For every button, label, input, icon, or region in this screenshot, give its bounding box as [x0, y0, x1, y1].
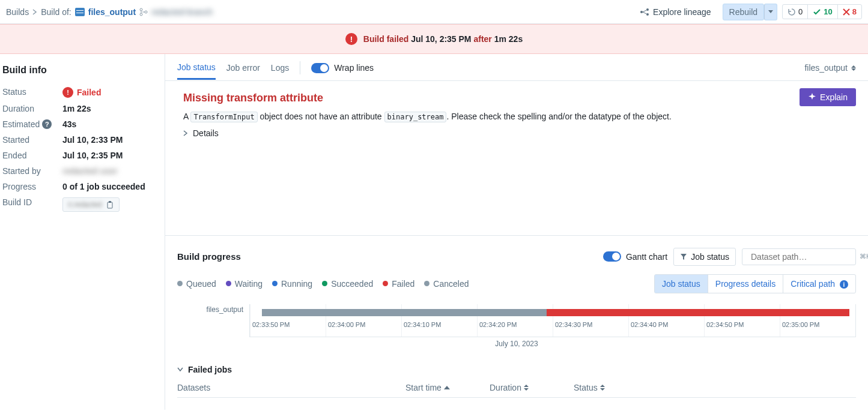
- toggle-switch-icon: [311, 63, 329, 73]
- dot-succeeded-icon: [322, 281, 327, 286]
- tab-job-status[interactable]: Job status: [177, 62, 216, 80]
- gantt-toggle[interactable]: Gantt chart: [603, 251, 667, 262]
- status-checks[interactable]: 10: [807, 5, 837, 19]
- svg-point-5: [646, 13, 649, 16]
- clipboard-icon[interactable]: [106, 200, 114, 209]
- content-area: Job status Job error Logs Wrap lines fil…: [165, 54, 868, 410]
- explain-button[interactable]: Explain: [800, 88, 856, 106]
- gantt-row-label: files_output: [177, 304, 249, 337]
- code-binary-stream: binary_stream: [384, 112, 447, 122]
- wrap-lines-label: Wrap lines: [334, 63, 374, 73]
- jobs-table-header: Datasets Start time Duration Status: [177, 383, 856, 398]
- gantt-bar-failed[interactable]: [547, 309, 849, 316]
- sort-asc-icon: [444, 386, 450, 389]
- chevron-right-icon: [32, 9, 37, 15]
- status-text: Failed: [77, 88, 101, 97]
- banner-time: Jul 10, 2:35 PM: [411, 34, 471, 44]
- status-errors[interactable]: 8: [837, 5, 861, 19]
- build-info-sidebar: Build info Status ! Failed Duration 1m 2…: [0, 54, 165, 410]
- col-datasets[interactable]: Datasets: [177, 383, 405, 392]
- svg-point-2: [145, 11, 147, 13]
- gantt-tick-label: 02:34:00 PM: [326, 321, 401, 328]
- progress-label: Progress: [2, 182, 62, 191]
- crumb-build-of: Build of:: [41, 7, 71, 17]
- explore-lineage-label: Explore lineage: [653, 7, 711, 17]
- error-title: Missing transform attribute: [183, 92, 856, 104]
- help-icon[interactable]: ?: [42, 119, 52, 129]
- rebuild-dropdown[interactable]: [764, 4, 777, 20]
- estimated-value: 43s: [62, 119, 76, 129]
- checks-count: 10: [824, 7, 832, 16]
- gantt-label: Gantt chart: [626, 252, 667, 262]
- filter-label: Job status: [691, 252, 729, 262]
- legend: Queued Waiting Running Succeeded Failed …: [177, 279, 469, 289]
- status-value: ! Failed: [62, 87, 101, 98]
- job-status-filter-button[interactable]: Job status: [673, 248, 736, 266]
- col-start[interactable]: Start time: [405, 383, 490, 392]
- gantt-bar-queued[interactable]: [262, 309, 547, 316]
- banner-prefix: Build failed: [363, 34, 408, 44]
- started-value: Jul 10, 2:33 PM: [62, 135, 123, 145]
- x-icon: [843, 8, 850, 16]
- banner-duration: 1m 22s: [494, 34, 523, 44]
- error-detail: Explain Missing transform attribute A Tr…: [165, 81, 868, 143]
- seg-job-status[interactable]: Job status: [655, 275, 708, 293]
- ended-value: Jul 10, 2:35 PM: [62, 151, 123, 160]
- chevron-down-icon: [177, 367, 183, 372]
- crumb-builds[interactable]: Builds: [6, 7, 29, 17]
- rebuild-button[interactable]: Rebuild: [723, 4, 764, 20]
- details-toggle[interactable]: Details: [183, 128, 856, 138]
- dot-canceled-icon: [424, 281, 429, 286]
- sparkle-icon: [808, 93, 816, 101]
- gantt-tick-label: 02:34:20 PM: [477, 321, 553, 328]
- crumb-branch[interactable]: redacted-branch: [151, 7, 213, 17]
- dot-running-icon: [272, 281, 278, 286]
- failed-jobs-toggle[interactable]: Failed jobs: [177, 365, 856, 374]
- tab-logs[interactable]: Logs: [271, 63, 289, 79]
- chevron-right-icon: [183, 130, 188, 136]
- seg-critical-path[interactable]: Critical path i: [783, 275, 855, 293]
- build-id-label: Build ID: [2, 197, 62, 212]
- failed-jobs-section: Failed jobs Datasets Start time Duration…: [177, 365, 856, 398]
- branch-icon: [139, 8, 148, 16]
- started-label: Started: [2, 135, 62, 145]
- svg-point-4: [646, 8, 649, 11]
- status-group: 0 10 8: [782, 4, 862, 19]
- gantt-chart: files_output 02:33:50 PM02:34:00 PM02:34…: [177, 304, 856, 337]
- estimated-label: Estimated ?: [2, 119, 62, 129]
- gantt-tick-label: 02:34:40 PM: [628, 321, 704, 328]
- seg-progress-details[interactable]: Progress details: [708, 275, 783, 293]
- col-status[interactable]: Status: [574, 383, 658, 392]
- error-text: A TransformInput object does not have an…: [183, 112, 856, 121]
- started-by-value: redacted user: [62, 166, 118, 176]
- status-refresh[interactable]: 0: [783, 5, 807, 19]
- updown-icon: [851, 65, 856, 71]
- gantt-date: July 10, 2023: [177, 340, 856, 348]
- toggle-switch-icon: [603, 251, 621, 262]
- crumb-dataset[interactable]: files_output: [88, 7, 136, 17]
- col-duration[interactable]: Duration: [490, 383, 574, 392]
- gantt-canvas[interactable]: 02:33:50 PM02:34:00 PM02:34:10 PM02:34:2…: [249, 304, 856, 337]
- file-selector[interactable]: files_output: [804, 63, 856, 79]
- gantt-tick-label: 02:34:50 PM: [704, 321, 780, 328]
- dataset-search-box[interactable]: ⌘K: [742, 248, 856, 265]
- content-tabs-row: Job status Job error Logs Wrap lines fil…: [165, 54, 868, 81]
- svg-rect-6: [108, 202, 112, 208]
- dataset-search-input[interactable]: [751, 252, 856, 262]
- rebuild-label: Rebuild: [729, 7, 757, 17]
- wrap-lines-toggle[interactable]: Wrap lines: [311, 63, 374, 79]
- svg-point-0: [140, 8, 142, 11]
- banner-after: after: [473, 34, 491, 44]
- duration-value: 1m 22s: [62, 104, 91, 113]
- errors-count: 8: [852, 7, 857, 16]
- explain-label: Explain: [820, 92, 848, 102]
- tab-job-error[interactable]: Job error: [226, 63, 260, 79]
- ended-label: Ended: [2, 151, 62, 160]
- build-failed-banner: ! Build failed Jul 10, 2:35 PM after 1m …: [0, 24, 868, 54]
- svg-rect-7: [109, 201, 111, 203]
- explore-lineage-button[interactable]: Explore lineage: [633, 4, 718, 20]
- check-icon: [813, 8, 821, 16]
- filter-icon: [680, 253, 687, 260]
- top-bar: Builds Build of: files_output redacted-b…: [0, 0, 868, 24]
- file-selector-label: files_output: [804, 63, 848, 73]
